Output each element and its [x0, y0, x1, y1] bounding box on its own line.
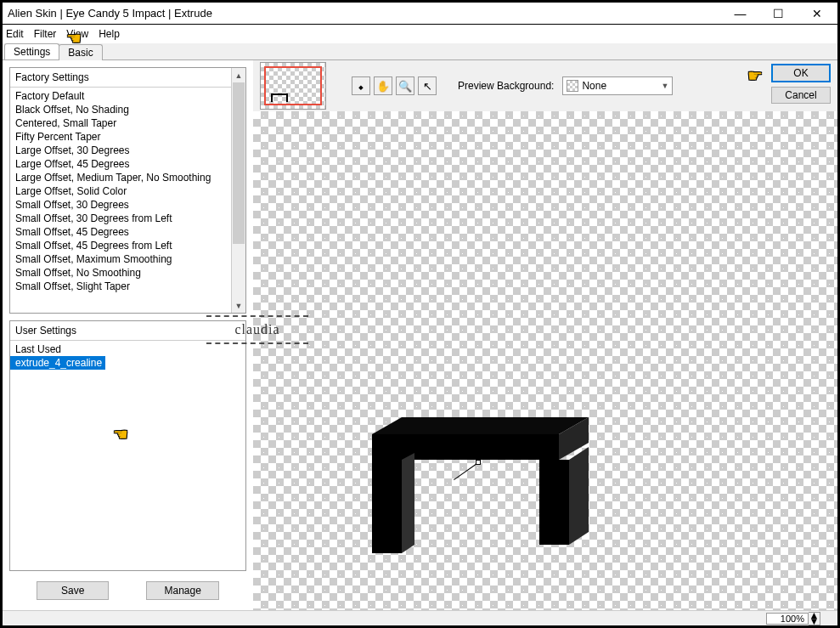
list-item[interactable]: Large Offset, Solid Color: [10, 184, 231, 198]
tab-settings[interactable]: Settings: [4, 43, 59, 59]
thumbnail-preview[interactable]: [260, 62, 326, 110]
ok-button[interactable]: ☛ OK: [771, 64, 831, 82]
list-item[interactable]: Large Offset, 30 Degrees: [10, 144, 231, 157]
hand-tool-icon[interactable]: ✋: [374, 76, 392, 95]
menu-filter[interactable]: Filter ☛: [34, 28, 57, 40]
list-item[interactable]: Small Offset, 30 Degrees from Left: [10, 212, 231, 225]
list-item[interactable]: Large Offset, Medium Taper, No Smoothing: [10, 171, 231, 184]
list-item[interactable]: Centered, Small Taper: [10, 116, 231, 130]
dialog-buttons: ☛ OK Cancel: [771, 64, 831, 104]
list-item[interactable]: Small Offset, Maximum Smoothing: [10, 252, 231, 266]
zoom-tool-icon[interactable]: 🔍: [396, 76, 414, 95]
list-item[interactable]: Large Offset, 45 Degrees: [10, 157, 231, 171]
preview-canvas[interactable]: [253, 111, 837, 610]
list-item[interactable]: Small Offset, Slight Taper: [10, 280, 231, 293]
menubar: Edit Filter ☛ View Help: [3, 25, 837, 43]
window-controls: — ☐ ✕: [721, 4, 836, 23]
close-button[interactable]: ✕: [798, 4, 836, 23]
svg-marker-3: [372, 460, 402, 553]
minimize-button[interactable]: —: [721, 4, 759, 23]
list-item[interactable]: Black Offset, No Shading: [10, 103, 231, 116]
preview-background-select[interactable]: None ▼: [562, 76, 673, 95]
menu-filter-label: Filter: [34, 28, 57, 40]
user-settings-header: User Settings: [10, 321, 245, 341]
factory-settings-list[interactable]: Factory Settings Factory DefaultBlack Of…: [9, 67, 246, 314]
top-toolbar: ⬥ ✋ 🔍 ↖ Preview Background: None ▼: [253, 60, 837, 111]
svg-marker-1: [372, 434, 559, 460]
list-item[interactable]: Small Offset, No Smoothing: [10, 266, 231, 280]
svg-marker-5: [539, 460, 569, 545]
chevron-down-icon: ▼: [661, 82, 668, 90]
ok-button-label: OK: [793, 67, 808, 79]
list-item[interactable]: Factory Default: [10, 89, 231, 103]
menu-help[interactable]: Help: [99, 28, 120, 40]
titlebar: Alien Skin | Eye Candy 5 Impact | Extrud…: [3, 3, 837, 25]
scroll-up-icon[interactable]: ▲: [232, 68, 245, 82]
content-area: Factory Settings Factory DefaultBlack Of…: [3, 60, 837, 610]
user-settings-list[interactable]: User Settings Last Usedextrude_4_crealin…: [9, 320, 246, 571]
left-panel: Factory Settings Factory DefaultBlack Of…: [3, 60, 253, 610]
right-panel: ⬥ ✋ 🔍 ↖ Preview Background: None ▼ ☛ OK …: [253, 60, 837, 610]
preview-background-label: Preview Background:: [458, 80, 554, 92]
extruded-object: [355, 417, 610, 562]
list-item[interactable]: Last Used: [10, 342, 245, 356]
scroll-down-icon[interactable]: ▼: [232, 298, 245, 313]
thumbnail-shape: [271, 93, 288, 102]
preview-background-value: None: [582, 80, 606, 92]
list-item[interactable]: Fifty Percent Taper: [10, 130, 231, 144]
svg-marker-4: [402, 453, 414, 553]
menu-edit[interactable]: Edit: [6, 28, 24, 40]
statusbar: 100% ▲ ▼: [3, 610, 837, 625]
tab-basic[interactable]: Basic: [59, 44, 102, 60]
zoom-spinner[interactable]: ▲ ▼: [809, 612, 820, 625]
save-button[interactable]: Save: [37, 581, 109, 600]
manage-button[interactable]: Manage: [146, 581, 218, 600]
warp-tool-icon[interactable]: ⬥: [352, 76, 370, 95]
scroll-thumb[interactable]: [233, 82, 245, 244]
zoom-down-icon[interactable]: ▼: [809, 619, 820, 625]
maximize-button[interactable]: ☐: [759, 4, 798, 23]
bottom-buttons: Save Manage: [9, 578, 246, 603]
list-item[interactable]: Small Offset, 30 Degrees: [10, 198, 231, 212]
scrollbar[interactable]: ▲ ▼: [231, 68, 245, 313]
window-title: Alien Skin | Eye Candy 5 Impact | Extrud…: [4, 7, 721, 20]
list-item[interactable]: extrude_4_crealine: [10, 356, 105, 370]
tool-icons: ⬥ ✋ 🔍 ↖: [352, 76, 437, 95]
preview-background-swatch: [567, 80, 578, 92]
svg-marker-6: [569, 447, 589, 545]
zoom-control[interactable]: 100% ▲ ▼: [766, 612, 820, 625]
svg-marker-0: [372, 417, 589, 434]
factory-settings-header: Factory Settings: [10, 68, 231, 88]
list-item[interactable]: Small Offset, 45 Degrees from Left: [10, 239, 231, 252]
tabbar: Settings Basic: [3, 43, 837, 60]
menu-view[interactable]: View: [66, 28, 88, 40]
zoom-value[interactable]: 100%: [766, 613, 809, 625]
cancel-button[interactable]: Cancel: [771, 87, 831, 104]
list-item[interactable]: Small Offset, 45 Degrees: [10, 225, 231, 239]
pointer-tool-icon[interactable]: ↖: [418, 76, 437, 95]
